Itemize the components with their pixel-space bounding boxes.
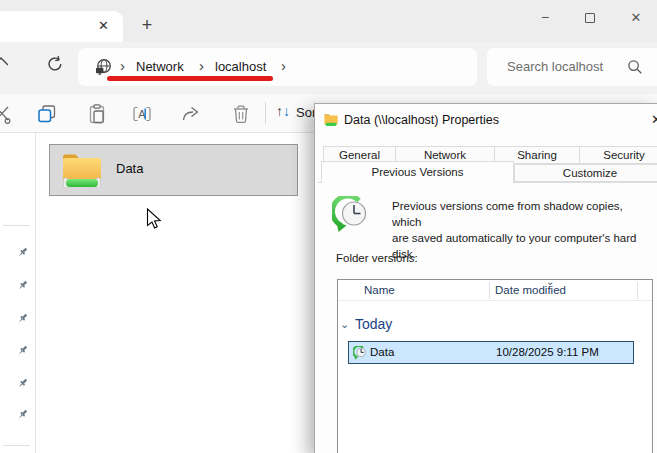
pin-icon[interactable] [16, 246, 29, 259]
chevron-right-icon[interactable]: › [281, 57, 286, 74]
address-bar-row: › Network › localhost › Search localhost [0, 42, 657, 94]
paste-icon[interactable] [86, 103, 108, 125]
network-globe-icon [95, 58, 113, 76]
refresh-icon[interactable] [46, 55, 64, 73]
screen: ✕ + − ✕ › Network › localhost › [0, 0, 657, 453]
tab-close-icon[interactable]: ✕ [98, 18, 109, 34]
toolbar-separator [265, 102, 266, 124]
dialog-titlebar: Data (\\localhost) Properties ✕ [315, 104, 657, 136]
chevron-right-icon[interactable]: › [199, 57, 204, 74]
tab-previous-versions[interactable]: Previous Versions [321, 161, 514, 183]
breadcrumb-localhost[interactable]: localhost [215, 59, 266, 74]
sort-indicator-icon: ⌄ [546, 276, 554, 287]
minimize-button[interactable]: − [530, 5, 560, 31]
red-underline-annotation [107, 76, 273, 81]
search-icon [627, 59, 643, 75]
folder-item-label: Data [116, 161, 143, 176]
search-placeholder: Search localhost [507, 59, 603, 74]
close-icon: ✕ [631, 10, 642, 25]
folder-versions-label: Folder versions: [336, 252, 418, 264]
dialog-folder-icon [323, 112, 339, 128]
properties-dialog: Data (\\localhost) Properties ✕ General … [314, 103, 657, 453]
window-tab-bar: ✕ + − ✕ [0, 0, 657, 42]
dialog-close-button[interactable]: ✕ [651, 112, 657, 127]
maximize-button[interactable] [575, 5, 605, 31]
sort-down-arrow: ↓ [283, 103, 290, 119]
sort-up-arrow: ↑ [276, 103, 283, 119]
delete-icon[interactable] [230, 103, 252, 125]
tab-customize[interactable]: Customize [514, 164, 657, 182]
navigation-pane [0, 133, 36, 453]
folder-item-data[interactable]: Data [49, 144, 298, 196]
tab-security[interactable]: Security [579, 146, 657, 164]
network-share-folder-icon [59, 148, 105, 194]
column-separator [637, 282, 638, 299]
copy-icon[interactable] [36, 103, 58, 125]
breadcrumb-network[interactable]: Network [136, 59, 184, 74]
pin-icon[interactable] [16, 279, 29, 292]
pin-icon[interactable] [16, 377, 29, 390]
version-row-data[interactable]: Data 10/28/2025 9:11 PM [348, 341, 634, 364]
previous-versions-description: Previous versions come from shadow copie… [392, 198, 648, 262]
dialog-title: Data (\\localhost) Properties [344, 113, 499, 127]
pin-icon[interactable] [16, 312, 29, 325]
previous-versions-clock-icon [332, 196, 370, 234]
up-arrow-icon[interactable] [0, 55, 8, 69]
maximize-icon [585, 13, 595, 23]
column-header-name[interactable]: Name [364, 284, 395, 296]
sidebar-separator [3, 225, 30, 226]
cut-icon[interactable] [0, 103, 14, 125]
column-separator [489, 282, 490, 299]
list-header-row: Name Date modified ⌄ [338, 280, 652, 301]
pin-icon[interactable] [16, 344, 29, 357]
version-date-modified: 10/28/2025 9:11 PM [496, 346, 599, 358]
sidebar-separator [3, 445, 30, 446]
rename-icon[interactable]: A [132, 103, 154, 125]
share-icon[interactable] [180, 103, 202, 125]
search-box[interactable]: Search localhost [487, 48, 657, 86]
description-line1: Previous versions come from shadow copie… [392, 198, 648, 230]
minimize-icon: − [541, 9, 549, 25]
chevron-right-icon[interactable]: › [120, 57, 125, 74]
version-name: Data [370, 346, 394, 358]
pin-icon[interactable] [16, 408, 29, 421]
explorer-tab[interactable]: ✕ [0, 11, 123, 42]
folder-versions-list: Name Date modified ⌄ ⌄ Today Data [337, 279, 653, 453]
column-header-date-modified[interactable]: Date modified [495, 284, 566, 296]
group-label: Today [355, 316, 392, 332]
version-clock-icon [353, 346, 367, 360]
description-line2: are saved automatically to your computer… [392, 230, 648, 262]
mouse-cursor [146, 208, 164, 232]
sort-icon[interactable]: ↑↓ [276, 103, 298, 125]
new-tab-button[interactable]: + [134, 13, 160, 39]
group-collapse-icon[interactable]: ⌄ [340, 318, 349, 331]
window-close-button[interactable]: ✕ [621, 5, 651, 31]
